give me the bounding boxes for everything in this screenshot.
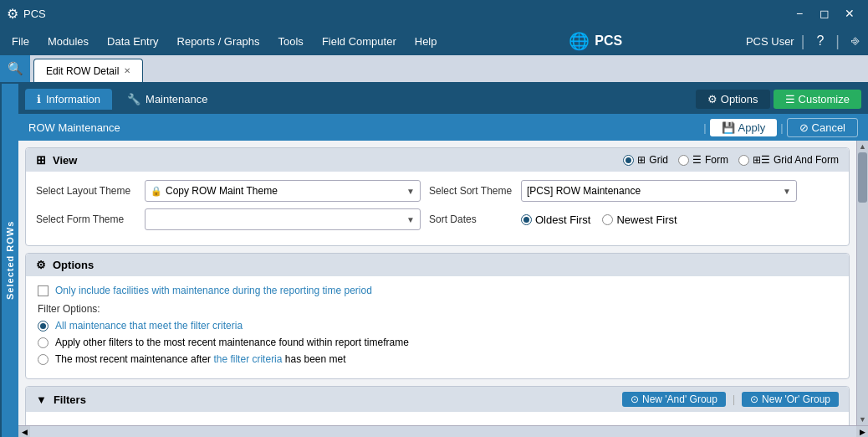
radio-most-recent-after[interactable]: The most recent maintenance after the fi… bbox=[38, 353, 837, 365]
close-button[interactable]: ✕ bbox=[838, 2, 861, 25]
dropdown-arrow-layout: ▼ bbox=[406, 187, 415, 196]
restore-button[interactable]: ◻ bbox=[813, 2, 836, 25]
main-content: Selected ROWs ℹ Information 🔧 Maintenanc… bbox=[0, 84, 868, 437]
newest-first-label: Newest First bbox=[616, 213, 677, 226]
menu-reports-graphs[interactable]: Reports / Graphs bbox=[169, 32, 268, 51]
radio-apply-other-filters[interactable]: Apply other filters to the most recent m… bbox=[38, 337, 837, 348]
minimize-button[interactable]: − bbox=[788, 2, 811, 25]
grid-radio[interactable] bbox=[623, 155, 634, 166]
scroll-down-button[interactable]: ▼ bbox=[857, 414, 868, 425]
all-maintenance-radio[interactable] bbox=[38, 321, 49, 332]
tab-maintenance[interactable]: 🔧 Maintenance bbox=[115, 89, 219, 110]
selected-rows-sidebar[interactable]: Selected ROWs bbox=[0, 84, 18, 437]
tab-edit-row-detail[interactable]: Edit ROW Detail ✕ bbox=[33, 59, 143, 82]
form-theme-label: Select Form Theme bbox=[36, 213, 136, 225]
new-or-group-button[interactable]: ⊙ New 'Or' Group bbox=[742, 392, 839, 407]
view-section: ⊞ View ⊞ Grid ☰ F bbox=[25, 147, 850, 246]
right-scrollbar[interactable]: ▲ ▼ bbox=[856, 141, 868, 425]
help-button[interactable]: ? bbox=[811, 32, 829, 50]
oldest-first-label: Oldest First bbox=[535, 213, 590, 226]
most-recent-after-label: The most recent maintenance after the fi… bbox=[55, 353, 346, 365]
menu-tools[interactable]: Tools bbox=[270, 32, 312, 51]
tab-close-icon[interactable]: ✕ bbox=[124, 66, 130, 75]
filters-title: Filters bbox=[54, 393, 86, 406]
form-theme-select[interactable]: ▼ bbox=[145, 208, 421, 230]
filter-options-label: Filter Options: bbox=[38, 303, 837, 315]
row-maintenance-label: ROW Maintenance bbox=[28, 121, 120, 134]
sort-dates-options: Oldest First Newest First bbox=[521, 213, 677, 226]
customize-icon: ☰ bbox=[785, 93, 795, 105]
form-icon: ☰ bbox=[692, 154, 702, 166]
view-header-left: ⊞ View bbox=[36, 153, 77, 167]
options-button[interactable]: ⚙ Options bbox=[696, 90, 770, 109]
or-group-icon: ⊙ bbox=[750, 393, 758, 405]
sort-theme-select[interactable]: [PCS] ROW Maintenance ▼ bbox=[521, 180, 797, 202]
oldest-first-radio[interactable] bbox=[521, 214, 532, 225]
menu-modules[interactable]: Modules bbox=[39, 32, 97, 51]
options-body: Only include facilities with maintenance… bbox=[26, 276, 849, 378]
sub-divider-2: | bbox=[780, 121, 783, 134]
menu-data-entry[interactable]: Data Entry bbox=[99, 32, 166, 51]
form-radio[interactable] bbox=[678, 155, 689, 166]
dropdown-arrow-sort: ▼ bbox=[783, 187, 791, 196]
information-label: Information bbox=[46, 93, 100, 105]
view-title: View bbox=[53, 154, 77, 167]
scroll-left-button[interactable]: ◀ bbox=[18, 426, 30, 438]
brand-name: PCS bbox=[595, 33, 622, 49]
view-section-body: Select Layout Theme 🔒 Copy ROW Maint The… bbox=[26, 172, 849, 245]
options-title: Options bbox=[53, 259, 94, 271]
sidebar-label: Selected ROWs bbox=[5, 221, 15, 300]
menu-right: PCS User | ? | ⎆ bbox=[746, 32, 865, 50]
layout-theme-value: Copy ROW Maint Theme bbox=[166, 185, 278, 197]
customize-button[interactable]: ☰ Customize bbox=[774, 90, 861, 109]
scroll-thumb[interactable] bbox=[858, 152, 867, 203]
scroll-up-button[interactable]: ▲ bbox=[857, 141, 868, 152]
view-mode-form[interactable]: ☰ Form bbox=[678, 154, 728, 166]
menu-help[interactable]: Help bbox=[406, 32, 446, 51]
pcs-brand: 🌐 PCS bbox=[569, 31, 622, 51]
grid-form-radio[interactable] bbox=[738, 155, 749, 166]
view-mode-grid[interactable]: ⊞ Grid bbox=[623, 154, 668, 166]
filters-header-left: ▼ Filters bbox=[36, 393, 86, 406]
radio-all-maintenance[interactable]: All maintenance that meet the filter cri… bbox=[38, 320, 837, 332]
filters-section: ▼ Filters ⊙ New 'And' Group | ⊙ New ' bbox=[25, 386, 850, 425]
newest-first-radio[interactable] bbox=[602, 214, 613, 225]
search-button[interactable]: 🔍 bbox=[0, 55, 30, 82]
sub-action-bar: ROW Maintenance | 💾 Apply | ⊘ Cancel bbox=[18, 114, 868, 141]
apply-other-filters-radio[interactable] bbox=[38, 337, 49, 348]
apply-button[interactable]: 💾 Apply bbox=[710, 119, 778, 136]
user-label: PCS User bbox=[746, 35, 794, 48]
maintenance-icon: 🔧 bbox=[127, 93, 140, 105]
apply-other-filters-label: Apply other filters to the most recent m… bbox=[55, 337, 409, 348]
dropdown-arrow-form: ▼ bbox=[406, 215, 415, 224]
action-bar: ℹ Information 🔧 Maintenance ⚙ Options ☰ … bbox=[18, 84, 868, 114]
form-theme-row: Select Form Theme ▼ Sort Dates Oldest Fi… bbox=[36, 208, 839, 230]
app-title: PCS bbox=[23, 8, 46, 20]
new-and-group-button[interactable]: ⊙ New 'And' Group bbox=[622, 392, 726, 407]
menu-bar: File Modules Data Entry Reports / Graphs… bbox=[0, 27, 868, 55]
view-mode-grid-and-form[interactable]: ⊞☰ Grid And Form bbox=[738, 154, 839, 166]
most-recent-after-radio[interactable] bbox=[38, 354, 49, 365]
bottom-scrollbar: ◀ ▶ bbox=[18, 425, 868, 437]
grid-label: ⊞ bbox=[637, 154, 646, 166]
scroll-right-button[interactable]: ▶ bbox=[856, 426, 868, 438]
newest-first-option[interactable]: Newest First bbox=[602, 213, 677, 226]
sub-divider-1: | bbox=[703, 121, 706, 134]
cancel-button[interactable]: ⊘ Cancel bbox=[787, 118, 858, 137]
cancel-icon: ⊘ bbox=[799, 121, 809, 134]
filter-divider: | bbox=[733, 393, 735, 405]
maintenance-label: Maintenance bbox=[146, 93, 207, 105]
search-icon: 🔍 bbox=[8, 61, 23, 76]
gear-icon: ⚙ bbox=[707, 93, 717, 105]
logout-button[interactable]: ⎆ bbox=[846, 32, 865, 50]
layout-theme-label: Select Layout Theme bbox=[36, 185, 136, 197]
lock-icon: 🔒 bbox=[151, 186, 162, 197]
layout-theme-select[interactable]: 🔒 Copy ROW Maint Theme ▼ bbox=[145, 180, 421, 202]
include-facilities-checkbox[interactable] bbox=[38, 285, 49, 296]
globe-icon: 🌐 bbox=[569, 31, 590, 51]
include-facilities-checkbox-row[interactable]: Only include facilities with maintenance… bbox=[38, 285, 837, 296]
menu-field-computer[interactable]: Field Computer bbox=[314, 32, 405, 51]
menu-file[interactable]: File bbox=[3, 32, 38, 51]
tab-information[interactable]: ℹ Information bbox=[25, 89, 112, 110]
oldest-first-option[interactable]: Oldest First bbox=[521, 213, 590, 226]
